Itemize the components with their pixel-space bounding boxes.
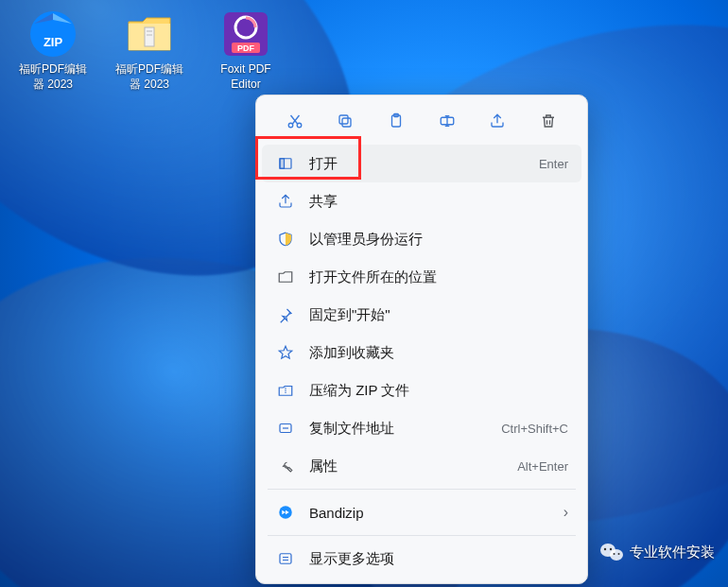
wechat-icon: [599, 542, 624, 562]
menu-item-bandizip[interactable]: Bandizip ›: [262, 493, 581, 531]
menu-item-add-favorite[interactable]: 添加到收藏夹: [262, 334, 581, 371]
menu-item-label: Bandizip: [309, 505, 556, 521]
menu-item-shortcut: Ctrl+Shift+C: [501, 422, 568, 436]
desktop-icon-foxit[interactable]: PDF Foxit PDF Editor: [206, 9, 286, 92]
menu-item-copy-path[interactable]: 复制文件地址 Ctrl+Shift+C: [262, 409, 581, 447]
menu-item-pin-start[interactable]: 固定到"开始": [262, 296, 581, 334]
open-icon: [275, 155, 296, 172]
folder-icon: [125, 9, 174, 59]
svg-rect-21: [280, 554, 291, 564]
menu-item-label: 显示更多选项: [309, 550, 568, 568]
copy-button[interactable]: [328, 107, 362, 135]
svg-point-26: [614, 553, 615, 555]
menu-item-label: 复制文件地址: [309, 420, 494, 438]
svg-rect-18: [280, 159, 285, 169]
rename-button[interactable]: [430, 107, 464, 135]
svg-point-10: [288, 123, 293, 128]
share-icon: [275, 193, 296, 210]
menu-item-properties[interactable]: 属性 Alt+Enter: [262, 447, 581, 485]
svg-point-27: [618, 553, 620, 555]
menu-item-share[interactable]: 共享: [262, 182, 581, 220]
svg-text:PDF: PDF: [237, 43, 255, 53]
menu-item-label: 打开文件所在的位置: [309, 268, 568, 286]
pin-icon: [275, 306, 296, 323]
svg-point-25: [610, 548, 612, 550]
wrench-icon: [275, 458, 296, 475]
zip-icon: [275, 382, 296, 399]
watermark: 专业软件安装: [599, 542, 715, 562]
more-icon: [275, 550, 296, 567]
desktop-icon-folder[interactable]: 福昕PDF编辑 器 2023: [110, 9, 189, 92]
watermark-text: 专业软件安装: [630, 544, 715, 561]
menu-item-label: 压缩为 ZIP 文件: [309, 382, 568, 400]
context-menu-toolbar: [262, 101, 581, 145]
star-icon: [275, 344, 296, 361]
menu-item-compress-zip[interactable]: 压缩为 ZIP 文件: [262, 371, 581, 409]
desktop-icon-label: Foxit PDF Editor: [220, 61, 270, 92]
shield-icon: [275, 231, 296, 248]
chevron-right-icon: ›: [563, 504, 568, 521]
desktop-icons: ZIP 福昕PDF编辑 器 2023 福昕PDF编辑 器 2023 PDF: [13, 9, 286, 92]
svg-point-24: [604, 548, 606, 550]
desktop-icon-label: 福昕PDF编辑 器 2023: [19, 61, 87, 92]
menu-item-show-more[interactable]: 显示更多选项: [262, 540, 581, 578]
share-button[interactable]: [480, 107, 514, 135]
menu-item-label: 属性: [309, 458, 510, 475]
svg-rect-12: [342, 118, 351, 127]
menu-item-label: 共享: [309, 193, 568, 211]
desktop-icon-label: 福昕PDF编辑 器 2023: [115, 61, 183, 92]
zip-archive-icon: ZIP: [28, 9, 78, 59]
svg-rect-3: [145, 27, 154, 46]
delete-button[interactable]: [531, 107, 565, 135]
context-menu: 打开 Enter 共享 以管理员身份运行 打开文件所在的位置 固定到"开始" 添…: [255, 95, 588, 584]
context-menu-items: 打开 Enter 共享 以管理员身份运行 打开文件所在的位置 固定到"开始" 添…: [262, 145, 581, 578]
menu-separator: [268, 489, 576, 490]
menu-item-shortcut: Alt+Enter: [517, 459, 568, 474]
svg-text:ZIP: ZIP: [43, 35, 63, 49]
svg-point-23: [610, 549, 623, 561]
menu-item-label: 打开: [309, 155, 531, 173]
menu-item-shortcut: Enter: [539, 157, 568, 171]
folder-icon: [275, 268, 296, 285]
svg-point-11: [297, 123, 302, 128]
foxit-app-icon: PDF: [221, 9, 270, 59]
menu-separator: [268, 535, 576, 536]
menu-item-label: 添加到收藏夹: [309, 344, 568, 362]
menu-item-run-as-admin[interactable]: 以管理员身份运行: [262, 220, 581, 258]
paste-button[interactable]: [379, 107, 413, 135]
menu-item-label: 固定到"开始": [309, 306, 568, 324]
copy-path-icon: [275, 420, 296, 437]
menu-item-open[interactable]: 打开 Enter: [262, 145, 581, 182]
menu-item-open-location[interactable]: 打开文件所在的位置: [262, 258, 581, 296]
cut-button[interactable]: [278, 107, 312, 135]
desktop-icon-zip[interactable]: ZIP 福昕PDF编辑 器 2023: [13, 9, 93, 92]
svg-rect-13: [339, 115, 348, 124]
menu-item-label: 以管理员身份运行: [309, 231, 568, 249]
bandizip-icon: [275, 504, 296, 521]
